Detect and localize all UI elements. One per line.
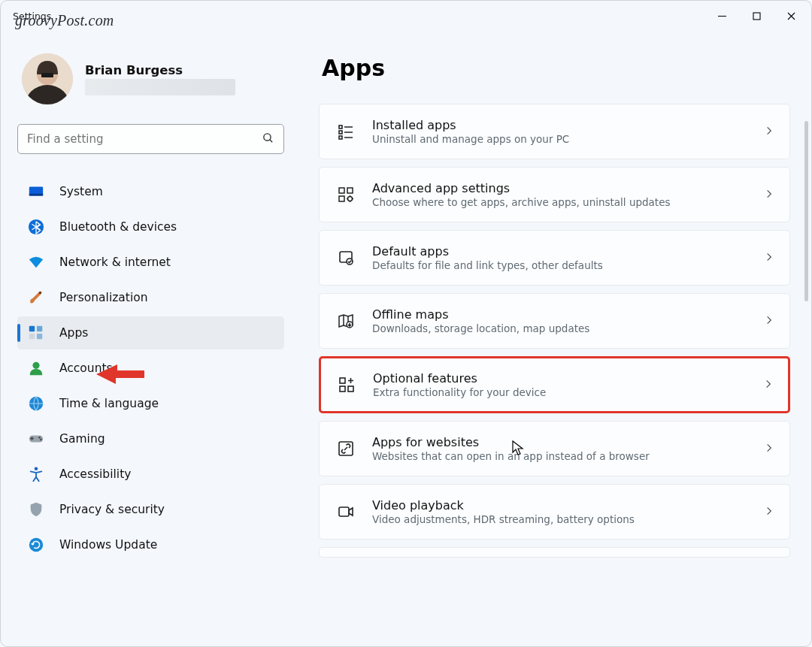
profile-email-blur xyxy=(85,79,235,95)
shield-icon xyxy=(28,501,44,518)
sidebar: Brian Burgess System Bluetooth & devices… xyxy=(1,31,298,646)
svg-rect-25 xyxy=(339,125,342,128)
svg-point-34 xyxy=(348,197,353,201)
card-default-apps[interactable]: Default appsDefaults for file and link t… xyxy=(319,230,790,286)
svg-rect-40 xyxy=(348,386,353,392)
sidebar-item-label: Time & language xyxy=(59,397,159,410)
card-video-playback[interactable]: Video playbackVideo adjustments, HDR str… xyxy=(319,484,790,540)
list-icon xyxy=(336,122,356,141)
cards: Installed appsUninstall and manage apps … xyxy=(319,104,790,565)
search-box[interactable] xyxy=(17,124,284,154)
card-sub: Choose where to get apps, archive apps, … xyxy=(372,196,747,208)
sidebar-item-bluetooth[interactable]: Bluetooth & devices xyxy=(17,210,284,243)
svg-point-23 xyxy=(35,467,38,470)
apps-icon xyxy=(28,325,44,341)
card-apps-websites[interactable]: Apps for websitesWebsites that can open … xyxy=(319,421,790,476)
svg-rect-7 xyxy=(41,73,53,77)
profile-name: Brian Burgess xyxy=(85,63,235,77)
profile[interactable]: Brian Burgess xyxy=(22,53,284,104)
sidebar-item-system[interactable]: System xyxy=(17,175,284,208)
avatar xyxy=(22,53,73,104)
sidebar-item-label: Bluetooth & devices xyxy=(59,220,177,234)
svg-rect-17 xyxy=(37,334,42,339)
sidebar-item-privacy[interactable]: Privacy & security xyxy=(17,493,284,526)
card-truncated[interactable] xyxy=(319,547,790,558)
card-offline-maps[interactable]: Offline mapsDownloads, storage location,… xyxy=(319,293,790,349)
card-title: Offline maps xyxy=(372,307,747,322)
sidebar-item-label: Accessibility xyxy=(59,467,131,481)
card-installed-apps[interactable]: Installed appsUninstall and manage apps … xyxy=(319,104,790,159)
sidebar-item-label: System xyxy=(59,185,103,198)
sidebar-item-label: Network & internet xyxy=(59,255,171,269)
sidebar-item-time[interactable]: Time & language xyxy=(17,387,284,420)
search-input[interactable] xyxy=(27,132,262,146)
card-title: Advanced app settings xyxy=(372,181,747,195)
sidebar-item-label: Gaming xyxy=(59,432,105,446)
svg-point-18 xyxy=(32,362,39,369)
bluetooth-icon xyxy=(28,219,44,235)
chevron-right-icon xyxy=(764,442,774,456)
update-icon xyxy=(28,537,44,553)
map-icon xyxy=(336,311,356,331)
minimize-button[interactable] xyxy=(704,1,739,31)
globe-icon xyxy=(28,395,44,412)
default-icon xyxy=(336,248,356,268)
sidebar-item-accounts[interactable]: Accounts xyxy=(17,352,284,385)
system-icon xyxy=(28,183,44,200)
chevron-right-icon xyxy=(764,125,774,139)
sidebar-item-update[interactable]: Windows Update xyxy=(17,528,284,561)
sidebar-item-network[interactable]: Network & internet xyxy=(17,246,284,279)
gamepad-icon xyxy=(28,431,44,447)
svg-rect-39 xyxy=(340,386,345,392)
titlebar[interactable]: Settings xyxy=(1,1,811,31)
chevron-right-icon xyxy=(763,378,774,392)
svg-rect-15 xyxy=(37,326,42,331)
brush-icon xyxy=(28,289,44,306)
sidebar-item-personalization[interactable]: Personalization xyxy=(17,281,284,314)
sidebar-item-label: Apps xyxy=(59,326,88,340)
window-controls xyxy=(704,1,808,31)
grid-gear-icon xyxy=(336,185,356,204)
settings-window: Settings Brian Burgess Sys xyxy=(0,0,812,647)
svg-point-13 xyxy=(39,292,42,295)
sidebar-item-label: Privacy & security xyxy=(59,503,165,516)
svg-rect-31 xyxy=(339,188,344,193)
video-icon xyxy=(336,502,356,522)
svg-rect-27 xyxy=(339,136,342,139)
maximize-button[interactable] xyxy=(739,1,774,31)
grid-plus-icon xyxy=(337,375,356,395)
card-title: Installed apps xyxy=(372,118,747,132)
sidebar-item-accessibility[interactable]: Accessibility xyxy=(17,458,284,491)
page-title: Apps xyxy=(322,55,790,81)
search-icon xyxy=(262,132,274,147)
svg-point-21 xyxy=(38,437,41,439)
svg-point-8 xyxy=(264,133,271,140)
close-button[interactable] xyxy=(774,1,808,31)
link-icon xyxy=(336,439,356,458)
accessibility-icon xyxy=(28,466,44,482)
chevron-right-icon xyxy=(764,505,774,519)
svg-rect-38 xyxy=(340,378,345,383)
card-advanced-apps[interactable]: Advanced app settingsChoose where to get… xyxy=(319,167,790,222)
card-title: Video playback xyxy=(372,498,747,512)
svg-rect-11 xyxy=(29,194,43,196)
svg-rect-14 xyxy=(29,326,35,331)
sidebar-item-label: Windows Update xyxy=(59,538,157,552)
card-title: Default apps xyxy=(372,244,747,258)
card-sub: Video adjustments, HDR streaming, batter… xyxy=(372,513,747,525)
card-sub: Uninstall and manage apps on your PC xyxy=(372,133,747,145)
card-sub: Websites that can open in an app instead… xyxy=(372,450,747,462)
window-title: Settings xyxy=(13,11,51,22)
chevron-right-icon xyxy=(764,251,774,265)
card-sub: Defaults for file and link types, other … xyxy=(372,259,747,271)
scrollbar[interactable] xyxy=(804,121,808,301)
svg-rect-33 xyxy=(339,196,344,201)
svg-line-9 xyxy=(270,139,272,141)
svg-rect-32 xyxy=(347,188,353,193)
svg-rect-16 xyxy=(29,334,35,339)
sidebar-item-apps[interactable]: Apps xyxy=(17,316,284,349)
card-sub: Downloads, storage location, map updates xyxy=(372,322,747,334)
sidebar-item-gaming[interactable]: Gaming xyxy=(17,422,284,455)
card-optional-features[interactable]: Optional featuresExtra functionality for… xyxy=(319,356,790,413)
chevron-right-icon xyxy=(764,188,774,202)
